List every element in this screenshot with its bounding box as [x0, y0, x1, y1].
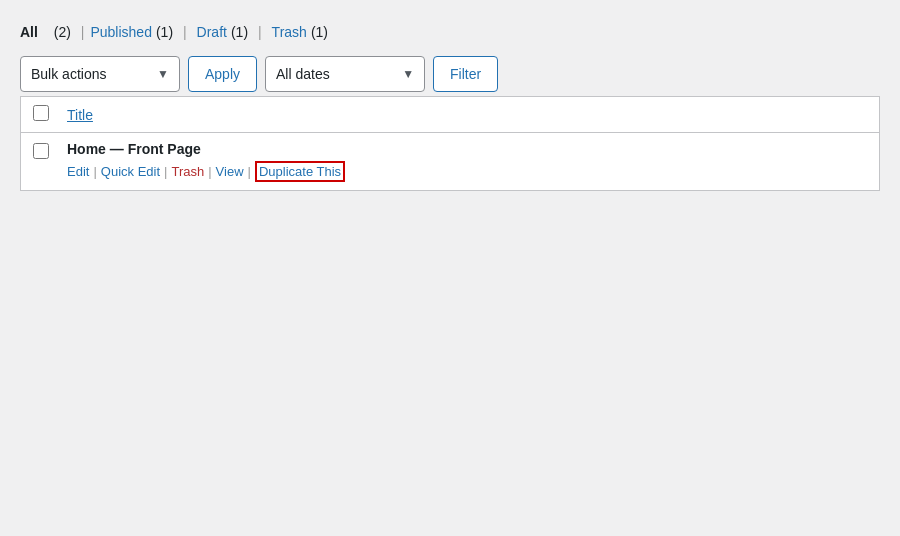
quick-edit-link[interactable]: Quick Edit [101, 164, 160, 179]
row-content-cell: Home — Front Page Edit | Quick Edit | Tr… [57, 133, 880, 191]
toolbar: Bulk actions ▼ Apply All dates ▼ Filter [20, 56, 880, 92]
all-count: (2) [54, 24, 71, 40]
row-checkbox-cell[interactable] [21, 133, 58, 191]
posts-table: Title Home — Front Page Edit | Quick Edi… [20, 96, 880, 191]
duplicate-this-link[interactable]: Duplicate This [259, 164, 341, 179]
row-checkbox[interactable] [33, 143, 49, 159]
edit-link[interactable]: Edit [67, 164, 89, 179]
apply-button[interactable]: Apply [188, 56, 257, 92]
bulk-actions-dropdown[interactable]: Bulk actions ▼ [20, 56, 180, 92]
post-title[interactable]: Home — Front Page [67, 141, 869, 157]
all-dates-dropdown[interactable]: All dates ▼ [265, 56, 425, 92]
published-count: (1) [156, 24, 173, 40]
view-link[interactable]: View [216, 164, 244, 179]
filter-draft[interactable]: Draft [197, 24, 227, 40]
trash-link[interactable]: Trash [171, 164, 204, 179]
all-dates-label: All dates [276, 66, 394, 82]
bulk-actions-label: Bulk actions [31, 66, 149, 82]
filter-button[interactable]: Filter [433, 56, 498, 92]
table-row: Home — Front Page Edit | Quick Edit | Tr… [21, 133, 880, 191]
row-actions: Edit | Quick Edit | Trash | View | Dupli… [67, 161, 869, 182]
chevron-down-icon: ▼ [157, 67, 169, 81]
filter-trash[interactable]: Trash [272, 24, 307, 40]
chevron-down-icon: ▼ [402, 67, 414, 81]
duplicate-highlight-box: Duplicate This [255, 161, 345, 182]
title-column-header[interactable]: Title [57, 97, 880, 133]
filter-published[interactable]: Published [90, 24, 152, 40]
trash-count: (1) [311, 24, 328, 40]
select-all-checkbox-cell[interactable] [21, 97, 58, 133]
select-all-checkbox[interactable] [33, 105, 49, 121]
draft-count: (1) [231, 24, 248, 40]
filter-all[interactable]: All [20, 24, 38, 40]
title-sort-link[interactable]: Title [67, 107, 93, 123]
filter-links: All (2) | Published (1) | Draft (1) | Tr… [20, 24, 880, 40]
all-label: All [20, 24, 38, 40]
